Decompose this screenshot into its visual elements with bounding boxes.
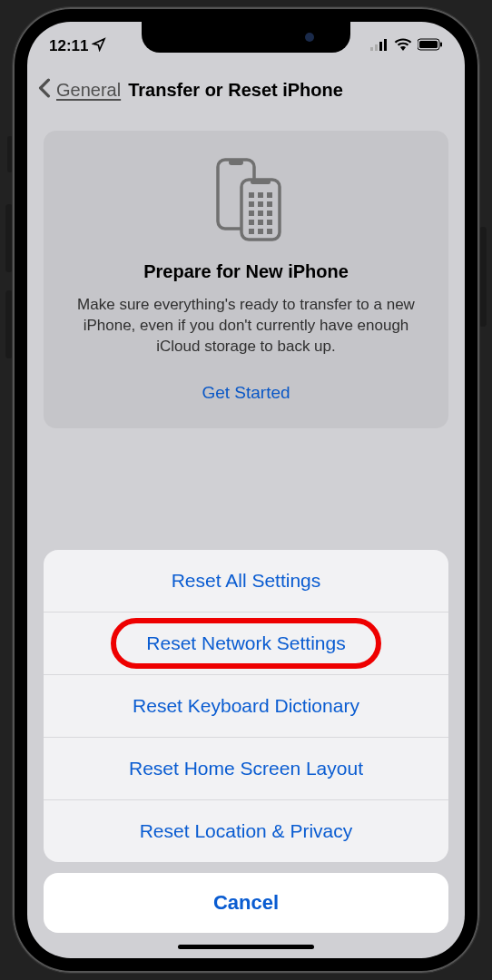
reset-location-privacy-option[interactable]: Reset Location & Privacy (44, 800, 448, 862)
svg-rect-1 (375, 44, 378, 51)
reset-home-screen-layout-option[interactable]: Reset Home Screen Layout (44, 738, 448, 800)
reset-network-settings-option[interactable]: Reset Network Settings (44, 612, 448, 675)
cellular-signal-icon (370, 38, 389, 54)
volume-up-button[interactable] (5, 204, 13, 272)
screen: 12:11 (27, 22, 465, 958)
cancel-label: Cancel (213, 891, 279, 914)
sheet-item-label: Reset Location & Privacy (140, 820, 353, 841)
sheet-item-label: Reset Network Settings (146, 632, 345, 653)
notch (142, 22, 350, 53)
front-camera-icon (305, 33, 314, 42)
reset-all-settings-option[interactable]: Reset All Settings (44, 550, 448, 612)
battery-icon (418, 38, 443, 54)
reset-keyboard-dictionary-option[interactable]: Reset Keyboard Dictionary (44, 675, 448, 738)
home-indicator[interactable] (178, 945, 314, 949)
sheet-item-label: Reset Home Screen Layout (129, 758, 363, 779)
status-time: 12:11 (49, 37, 88, 55)
sheet-item-label: Reset Keyboard Dictionary (133, 695, 359, 716)
phone-frame: 12:11 (13, 7, 479, 973)
svg-rect-5 (419, 41, 438, 48)
power-button[interactable] (479, 227, 487, 327)
reset-options-group: Reset All Settings Reset Network Setting… (44, 550, 448, 862)
sheet-item-label: Reset All Settings (172, 570, 321, 591)
svg-rect-2 (379, 42, 382, 51)
svg-rect-3 (384, 39, 387, 51)
reset-action-sheet: Reset All Settings Reset Network Setting… (44, 550, 448, 933)
svg-rect-6 (440, 43, 442, 47)
svg-rect-0 (370, 47, 373, 51)
volume-down-button[interactable] (5, 290, 13, 358)
location-icon (92, 37, 106, 56)
wifi-icon (394, 38, 412, 54)
cancel-button[interactable]: Cancel (44, 873, 448, 933)
